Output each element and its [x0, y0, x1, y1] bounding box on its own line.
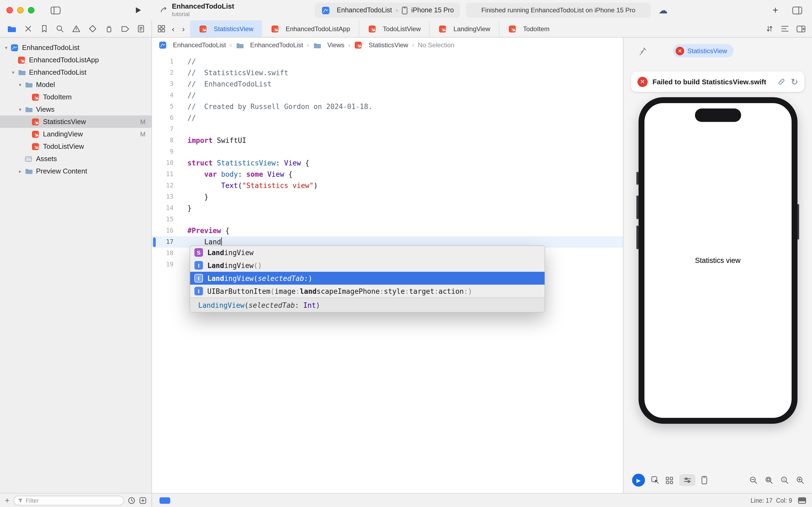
issue-navigator-icon[interactable] — [72, 25, 80, 33]
disclosure-triangle[interactable]: ▾ — [16, 107, 24, 112]
traffic-light-close[interactable] — [6, 7, 13, 13]
line-number[interactable]: 18 — [152, 247, 176, 259]
bookmark-navigator-icon[interactable] — [41, 25, 48, 33]
code-line[interactable]: 7 — [152, 123, 623, 135]
disclosure-triangle[interactable]: ▸ — [16, 168, 24, 174]
line-number[interactable]: 16 — [152, 225, 176, 236]
code-line[interactable]: 5 // Created by Russell Gordon on 2024-0… — [152, 101, 623, 112]
diagnostics-icon[interactable] — [777, 77, 786, 86]
navigator-item[interactable]: ▾ Views — [0, 103, 152, 115]
add-item-button[interactable]: + — [5, 496, 10, 505]
scheme-selector[interactable]: EnhancedTodoList › iPhone 15 Pro — [315, 3, 460, 18]
line-number[interactable]: 10 — [152, 157, 176, 169]
code-line[interactable]: 11 var body: some View { — [152, 169, 623, 180]
debug-navigator-icon[interactable] — [105, 25, 113, 33]
code-line[interactable]: 8 import SwiftUI — [152, 135, 623, 146]
navigator-item[interactable]: ▸ Preview Content — [0, 165, 152, 177]
line-number[interactable]: 9 — [152, 146, 176, 157]
code-line[interactable]: 3 // EnhancedTodoList — [152, 78, 623, 90]
xcode-cloud-icon[interactable]: ☁ — [658, 5, 668, 16]
code-line[interactable]: 1 // — [152, 56, 623, 67]
adjust-editor-icon[interactable] — [766, 25, 773, 33]
code-line[interactable]: 12 Text("Statistics view") — [152, 180, 623, 191]
code-line[interactable]: 15 — [152, 214, 623, 225]
completion-item[interactable]: S LandingView — [190, 246, 544, 259]
run-button[interactable] — [135, 6, 142, 14]
navigator-toggle-icon[interactable] — [51, 6, 61, 14]
navigator-item[interactable]: TodoListView — [0, 140, 152, 153]
navigator-item[interactable]: LandingView M — [0, 128, 152, 140]
line-number[interactable]: 2 — [152, 67, 176, 78]
preview-target-badge[interactable]: ✕ StatisticsView — [673, 44, 734, 57]
go-forward-icon[interactable]: › — [181, 24, 186, 33]
disclosure-triangle[interactable]: ▾ — [9, 69, 17, 75]
find-navigator-icon[interactable] — [56, 25, 64, 33]
traffic-light-zoom[interactable] — [28, 7, 35, 13]
line-number[interactable]: 15 — [152, 214, 176, 225]
build-error-banner[interactable]: ✕ Failed to build StatisticsView.swift ↻ — [631, 71, 805, 92]
report-navigator-icon[interactable] — [137, 25, 144, 33]
code-line[interactable]: 10 struct StatisticsView: View { — [152, 157, 623, 169]
breadcrumb-item[interactable]: StatisticsView — [354, 41, 408, 49]
code-editor[interactable]: 1 // 2 // StatisticsView.swift 3 // Enha… — [152, 53, 623, 493]
line-number[interactable]: 13 — [152, 191, 176, 203]
inspector-toggle-icon[interactable] — [792, 6, 802, 14]
line-number[interactable]: 3 — [152, 78, 176, 90]
editor-panel-icon[interactable] — [798, 497, 807, 504]
code-line[interactable]: 16 #Preview { — [152, 225, 623, 236]
pin-preview-icon[interactable] — [639, 47, 647, 55]
breadcrumb-item[interactable]: EnhancedTodoList — [236, 41, 303, 49]
test-navigator-icon[interactable] — [89, 25, 97, 33]
completion-item[interactable]: I LandingView() — [190, 259, 544, 272]
recents-filter-icon[interactable] — [128, 497, 135, 504]
device-settings-pill[interactable] — [679, 474, 695, 486]
editor-tab[interactable]: LandingView — [429, 20, 499, 37]
zoom-100-icon[interactable]: 1 — [780, 476, 789, 485]
line-number[interactable]: 11 — [152, 169, 176, 180]
editor-tab[interactable]: EnhancedTodoListApp — [262, 20, 359, 37]
navigator-item[interactable]: EnhancedTodoListApp — [0, 54, 152, 66]
completion-item[interactable]: I UIBarButtonItem(image:landscapeImagePh… — [190, 285, 544, 297]
editor-grid-icon[interactable] — [157, 25, 165, 33]
live-preview-button[interactable]: ▶ — [632, 474, 645, 487]
code-line[interactable]: 2 // StatisticsView.swift — [152, 67, 623, 78]
traffic-light-minimize[interactable] — [17, 7, 23, 13]
completion-item[interactable]: I LandingView(selectedTab:) — [190, 272, 544, 285]
line-number[interactable]: 14 — [152, 203, 176, 214]
go-back-icon[interactable]: ‹ — [171, 24, 176, 33]
zoom-out-icon[interactable] — [749, 476, 758, 485]
navigator-item[interactable]: StatisticsView M — [0, 115, 152, 128]
code-line[interactable]: 6 // — [152, 112, 623, 123]
refresh-preview-icon[interactable]: ↻ — [791, 76, 798, 87]
editor-tab[interactable]: TodoItem — [499, 20, 558, 37]
line-number[interactable]: 4 — [152, 90, 176, 101]
run-destination[interactable]: iPhone 15 Pro — [411, 6, 454, 14]
line-number[interactable]: 7 — [152, 123, 176, 135]
navigator-item[interactable]: Assets — [0, 153, 152, 165]
navigator-item[interactable]: ▾ EnhancedTodoList — [0, 66, 152, 78]
code-line[interactable]: 4 // — [152, 90, 623, 101]
library-plus-icon[interactable]: + — [772, 5, 778, 16]
device-preview-icon[interactable] — [701, 476, 707, 485]
source-control-navigator-icon[interactable] — [24, 25, 33, 33]
editor-tab[interactable]: StatisticsView — [190, 20, 262, 37]
breadcrumb-item[interactable]: Views — [313, 41, 345, 49]
navigator-item[interactable]: ▾ Model — [0, 78, 152, 91]
code-line[interactable]: 13 } — [152, 191, 623, 203]
line-number[interactable]: 6 — [152, 112, 176, 123]
breadcrumb-item[interactable]: EnhancedTodoList — [159, 41, 226, 49]
zoom-in-icon[interactable] — [796, 476, 805, 485]
line-number[interactable]: 19 — [152, 259, 176, 270]
code-line[interactable]: 9 — [152, 146, 623, 157]
navigator-item[interactable]: ▾ EnhancedTodoList — [0, 41, 152, 54]
source-control-filter-icon[interactable] — [139, 497, 147, 504]
navigator-item[interactable]: TodoItem — [0, 91, 152, 103]
variants-grid-icon[interactable] — [665, 476, 674, 484]
breakpoint-navigator-icon[interactable] — [121, 25, 129, 33]
code-line[interactable]: 14 } — [152, 203, 623, 214]
disclosure-triangle[interactable]: ▾ — [2, 45, 10, 50]
editor-tab[interactable]: TodoListView — [359, 20, 429, 37]
breadcrumb-item[interactable]: No Selection — [418, 41, 454, 49]
zoom-fit-icon[interactable] — [765, 476, 773, 485]
minimap-icon[interactable] — [781, 25, 789, 32]
